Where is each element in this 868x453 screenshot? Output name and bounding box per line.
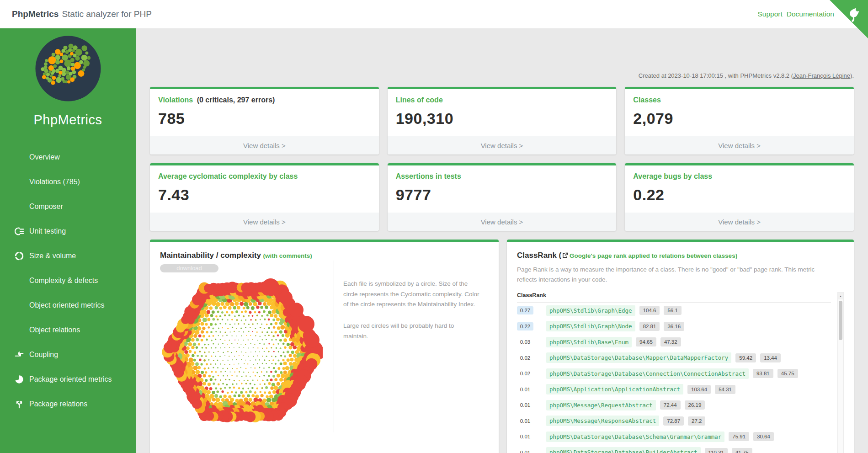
metric-badge: 104.6 [639, 306, 660, 315]
sidebar-item-package-oriented-metrics[interactable]: Package oriented metrics [0, 367, 136, 392]
view-details-link[interactable]: View details > [150, 213, 379, 231]
metric-badge: 41.75 [732, 448, 752, 453]
card-avg-bugs-by-class: Average bugs by class 0.22 View details … [625, 163, 854, 231]
classrank-value: 0.01 [517, 432, 533, 441]
class-link[interactable]: phpOMS\Stdlib\Graph\Edge [546, 305, 635, 316]
scrollbar-thumb[interactable] [839, 301, 842, 340]
brand-subtitle: Static analyzer for PHP [62, 9, 151, 19]
classrank-table: ClassRank 0.27phpOMS\Stdlib\Graph\Edge10… [517, 292, 844, 453]
metric-badge: 59.42 [735, 353, 756, 362]
class-link[interactable]: phpOMS\DataStorage\Database\BuilderAbstr… [546, 447, 701, 453]
logo-bubbles-icon [34, 35, 102, 102]
view-details-link[interactable]: View details > [388, 136, 617, 155]
classrank-value: 0.01 [517, 448, 533, 453]
pie-icon [14, 374, 25, 385]
view-details-link[interactable]: View details > [625, 213, 854, 231]
class-link[interactable]: phpOMS\Stdlib\Graph\Node [546, 321, 635, 331]
metric-badge: 93.81 [753, 369, 773, 378]
sidebar-item-unit-testing[interactable]: Unit testing [0, 219, 136, 244]
metric-badge: 13.44 [760, 353, 781, 362]
external-link-icon [562, 252, 568, 260]
card-assertions-in-tests: Assertions in tests 9777 View details > [388, 163, 617, 231]
classrank-value: 0.02 [517, 369, 533, 378]
sidebar-item-complexity-defects[interactable]: Complexity & defects [0, 268, 136, 293]
arrows-icon [14, 349, 25, 360]
classrank-value: 0.22 [517, 322, 533, 330]
classrank-row: 0.02phpOMS\DataStorage\Database\Connecti… [517, 366, 831, 382]
sidebar-item-package-relations[interactable]: Package relations [0, 392, 136, 416]
card-value: 2,079 [633, 110, 846, 128]
sidebar-item-overview[interactable]: Overview [0, 145, 136, 170]
blank-icon [14, 300, 25, 311]
scroll-up-arrow[interactable]: ▲ [838, 293, 843, 299]
author-link[interactable]: Jean-François Lépine [793, 72, 850, 79]
blank-icon [14, 176, 25, 187]
with-comments-label: (with comments) [263, 252, 312, 259]
sidebar-item-object-oriented-metrics[interactable]: Object oriented metrics [0, 293, 136, 318]
blank-icon [14, 152, 25, 163]
view-details-link[interactable]: View details > [150, 136, 379, 155]
classrank-value: 0.27 [517, 306, 533, 314]
class-link[interactable]: phpOMS\Message\RequestAbstract [546, 400, 656, 410]
maintainability-description: Each file is symbolized by a circle. Siz… [334, 273, 479, 432]
metric-badge: 45.75 [777, 369, 798, 378]
classrank-row: 0.03phpOMS\Stdlib\Base\Enum94.6547.32 [517, 334, 831, 350]
main-content: Created at 2023-10-18 17:00:15 , with PH… [136, 28, 868, 453]
table-scrollbar[interactable]: ▲ [837, 292, 844, 453]
blank-icon [14, 201, 25, 212]
classrank-row: 0.01phpOMS\Message\RequestAbstract72.442… [517, 397, 831, 413]
metric-badge: 82.81 [639, 322, 660, 331]
card-lines-of-code: Lines of code 190,310 View details > [388, 87, 617, 155]
classrank-value: 0.01 [517, 417, 533, 425]
metric-badge: 56.1 [664, 306, 681, 315]
created-at-line: Created at 2023-10-18 17:00:15 , with PH… [150, 72, 854, 79]
metric-badge: 36.16 [664, 322, 684, 331]
sidebar-item-size-volume[interactable]: Size & volume [0, 244, 136, 268]
view-details-link[interactable]: View details > [388, 213, 617, 231]
class-link[interactable]: phpOMS\DataStorage\Database\Mapper\DataM… [546, 352, 731, 363]
card-title: Lines of code [396, 96, 443, 104]
card-violations: Violations (0 criticals, 297 errors) 785… [150, 87, 379, 155]
card-title-suffix: (0 criticals, 297 errors) [197, 96, 275, 104]
maintainability-title: Maintainability / complexity [160, 251, 261, 260]
classrank-value: 0.03 [517, 338, 533, 346]
metric-badge: 30.64 [753, 432, 774, 441]
documentation-link[interactable]: Documentation [787, 10, 834, 18]
class-link[interactable]: phpOMS\Message\ResponseAbstract [546, 416, 659, 426]
class-link[interactable]: phpOMS\DataStorage\Database\Schema\Gramm… [546, 432, 724, 442]
metric-badge: 110.31 [705, 448, 728, 453]
class-link[interactable]: phpOMS\Application\ApplicationAbstract [546, 384, 683, 394]
fork-icon [14, 399, 25, 410]
classrank-column-header[interactable]: ClassRank [517, 292, 831, 303]
card-value: 190,310 [396, 110, 608, 128]
sidebar-item-object-relations[interactable]: Object relations [0, 318, 136, 342]
classrank-value: 0.01 [517, 401, 533, 409]
top-nav: Support Documentation [757, 10, 834, 18]
support-link[interactable]: Support [757, 10, 782, 18]
metric-badge: 94.65 [636, 337, 656, 346]
class-link[interactable]: phpOMS\DataStorage\Database\Connection\C… [546, 368, 749, 379]
download-button[interactable]: download [160, 264, 218, 272]
card-title: Classes [633, 96, 661, 104]
pagerank-link[interactable]: Google's page rank applied to relations … [570, 252, 735, 259]
sidebar-item-violations[interactable]: Violations (785) [0, 170, 136, 194]
view-details-link[interactable]: View details > [625, 136, 854, 155]
github-ribbon[interactable] [830, 0, 868, 38]
sidebar-item-coupling[interactable]: Coupling [0, 342, 136, 367]
bubble-chart-svg [160, 273, 323, 431]
classrank-row: 0.01phpOMS\DataStorage\Database\Schema\G… [517, 429, 831, 445]
sidebar-item-composer[interactable]: Composer [0, 194, 136, 219]
class-link[interactable]: phpOMS\Stdlib\Base\Enum [546, 337, 632, 347]
dashed-circle-icon [14, 250, 25, 261]
classrank-row: 0.01phpOMS\Message\ResponseAbstract72.87… [517, 413, 831, 429]
metric-badge: 103.64 [687, 385, 711, 394]
card-title: Average cyclomatic complexity by class [158, 172, 298, 180]
card-classes: Classes 2,079 View details > [625, 87, 854, 155]
card-value: 9777 [396, 186, 608, 204]
classrank-rows: 0.27phpOMS\Stdlib\Graph\Edge104.656.10.2… [517, 303, 831, 453]
classrank-panel: ClassRank (Google's page rank applied to… [507, 240, 854, 453]
card-avg-cyclomatic-complexity: Average cyclomatic complexity by class 7… [150, 163, 379, 231]
maintainability-bubble-chart[interactable] [160, 273, 334, 432]
brand-name: PhpMetrics [12, 9, 59, 19]
classrank-title: ClassRank [517, 251, 557, 260]
